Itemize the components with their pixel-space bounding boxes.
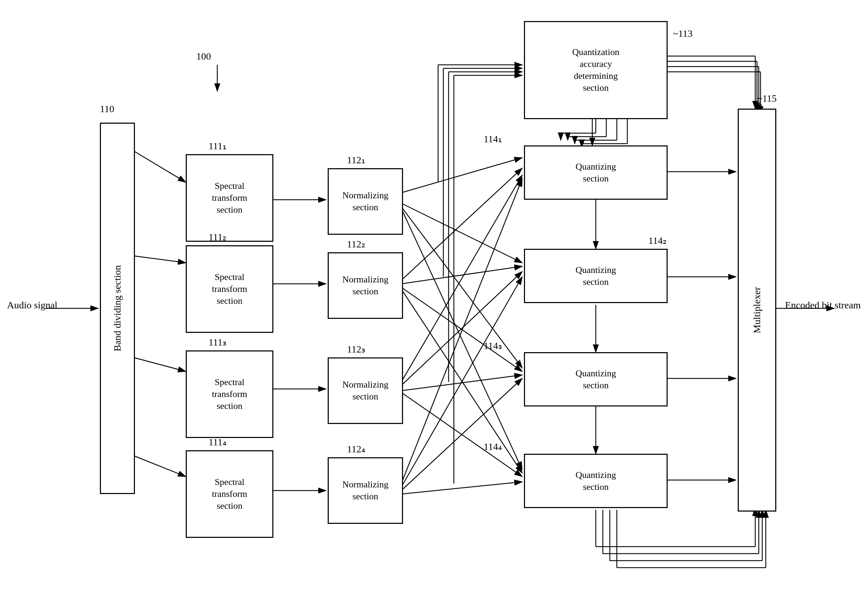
- ref-1114: 111₄: [209, 436, 226, 448]
- ref-1113: 111₃: [209, 336, 226, 348]
- ref-113: ~113: [673, 28, 693, 39]
- svg-line-16: [401, 168, 522, 280]
- svg-line-12: [401, 158, 522, 193]
- svg-line-27: [401, 482, 522, 494]
- quantizing-section-1: Quantizing section: [524, 145, 668, 200]
- svg-line-23: [401, 393, 522, 476]
- ref-1124: 112₄: [347, 443, 365, 455]
- svg-line-13: [401, 203, 522, 263]
- spectral-transform-1: Spectral transform section: [186, 154, 273, 242]
- ref-1111: 111₁: [209, 140, 226, 152]
- quantizing-section-2: Quantizing section: [524, 249, 668, 303]
- svg-line-19: [401, 289, 522, 473]
- ref-1112: 111₂: [209, 231, 226, 243]
- svg-line-4: [133, 151, 186, 182]
- svg-line-22: [401, 375, 522, 391]
- ref-1123: 112₃: [347, 343, 365, 355]
- svg-line-7: [133, 456, 186, 476]
- svg-line-5: [133, 256, 186, 263]
- ref-1122: 112₂: [347, 238, 365, 250]
- normalizing-section-2: Normalizing section: [328, 252, 403, 319]
- ref-1141: 114₁: [484, 133, 502, 145]
- normalizing-section-3: Normalizing section: [328, 357, 403, 424]
- svg-line-18: [401, 287, 522, 371]
- ref-1143: 114₃: [484, 340, 502, 352]
- quantizing-section-4: Quantizing section: [524, 454, 668, 508]
- ref-1121: 112₁: [347, 154, 365, 166]
- encoded-bit-stream-label: Encoded bit stream: [785, 300, 861, 311]
- spectral-transform-4: Spectral transform section: [186, 450, 273, 538]
- svg-line-24: [401, 179, 522, 484]
- svg-line-17: [401, 266, 522, 284]
- ref-100: 100: [196, 51, 211, 62]
- svg-line-26: [401, 379, 522, 490]
- svg-line-20: [401, 175, 522, 382]
- band-dividing-section: Band dividing section: [100, 123, 135, 494]
- spectral-transform-3: Spectral transform section: [186, 350, 273, 438]
- normalizing-section-4: Normalizing section: [328, 457, 403, 524]
- quantizing-section-3: Quantizing section: [524, 352, 668, 407]
- normalizing-section-1: Normalizing section: [328, 168, 403, 235]
- multiplexer: Multiplexer: [738, 108, 776, 512]
- ref-1144: 114₄: [484, 441, 502, 453]
- svg-line-15: [401, 209, 522, 470]
- ref-110: 110: [100, 104, 114, 115]
- ref-115: ~115: [757, 93, 776, 104]
- audio-signal-label: Audio signal: [7, 300, 58, 311]
- ref-1142: 114₂: [648, 235, 666, 246]
- svg-line-21: [401, 272, 522, 385]
- diagram: 100 Audio signal Band dividing section 1…: [0, 0, 866, 616]
- svg-line-6: [133, 357, 186, 371]
- svg-line-14: [401, 207, 522, 368]
- quantization-accuracy-section: Quantization accuracy determining sectio…: [524, 21, 668, 119]
- svg-line-25: [401, 277, 522, 487]
- spectral-transform-2: Spectral transform section: [186, 245, 273, 333]
